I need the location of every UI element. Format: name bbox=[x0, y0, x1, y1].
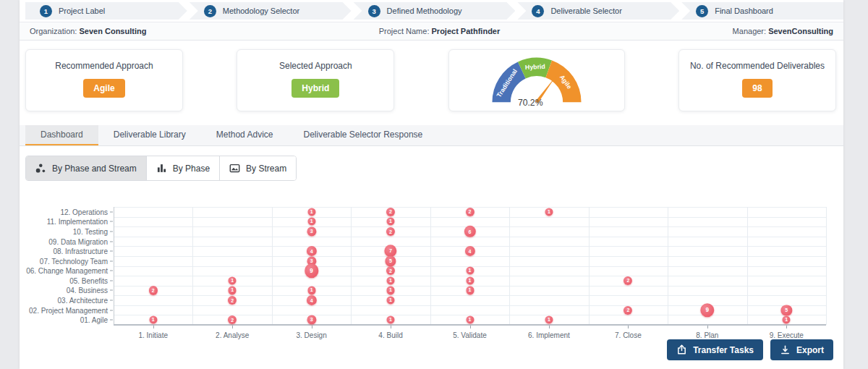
toggle-by-phase-and-stream[interactable]: By Phase and Stream bbox=[26, 156, 146, 180]
export-label: Export bbox=[796, 345, 824, 355]
chart-bubble: 2 bbox=[228, 296, 237, 305]
step-label: Project Label bbox=[59, 7, 105, 15]
toggle-by-phase[interactable]: By Phase bbox=[146, 156, 219, 180]
y-axis-tick bbox=[110, 310, 113, 310]
stepper-step-defined-methodology[interactable]: 3 Defined Methodology bbox=[354, 2, 516, 20]
project-info-bar: Organization: Seven Consulting Project N… bbox=[20, 22, 843, 41]
manager-info: Manager: SevenConsulting bbox=[733, 27, 833, 35]
phase-stream-chart: 1. Initiate2. Analyse3. Design4. Build5.… bbox=[20, 207, 843, 352]
organization-info: Organization: Seven Consulting bbox=[30, 27, 146, 35]
x-axis-tick bbox=[232, 326, 233, 328]
y-axis-label: 03. Architecture bbox=[58, 297, 108, 305]
y-axis-label: 10. Testing bbox=[73, 227, 108, 235]
step-number-badge: 5 bbox=[696, 5, 708, 17]
image-icon bbox=[229, 163, 240, 174]
chart-bubble: 1 bbox=[387, 218, 395, 226]
tab-method-advice[interactable]: Method Advice bbox=[201, 125, 289, 145]
transfer-tasks-label: Transfer Tasks bbox=[693, 345, 754, 355]
chart-bubble: 1 bbox=[387, 276, 395, 284]
footer-actions: Transfer Tasks Export bbox=[667, 339, 833, 360]
summary-cards: Recommended Approach Agile Selected Appr… bbox=[20, 41, 843, 116]
y-axis-label: 04. Business bbox=[67, 287, 108, 294]
gridline-vertical bbox=[192, 207, 193, 325]
x-axis-tick bbox=[153, 326, 154, 328]
stepper-step-methodology-selector[interactable]: 2 Methodology Selector bbox=[190, 2, 352, 20]
gauge-segment-label: Hybrid bbox=[524, 63, 545, 71]
x-axis-label: 6. Implement bbox=[528, 331, 570, 339]
y-axis-label: 09. Data Migration bbox=[48, 237, 108, 245]
chart-bubble: 4 bbox=[307, 295, 317, 305]
chart-bubble: 1 bbox=[466, 276, 474, 284]
deliverables-count-badge: 98 bbox=[742, 79, 772, 98]
y-axis-label: 12. Operations bbox=[60, 208, 108, 216]
x-axis-label: 2. Analyse bbox=[216, 331, 249, 339]
tab-deliverable-library[interactable]: Deliverable Library bbox=[98, 125, 201, 145]
step-number-badge: 4 bbox=[532, 5, 544, 17]
x-axis-tick bbox=[628, 326, 629, 328]
chart-bubble: 1 bbox=[545, 316, 553, 324]
x-axis-label: 4. Build bbox=[378, 331, 402, 339]
chart-bubble: 2 bbox=[149, 286, 158, 294]
y-axis-label: 06. Change Management bbox=[26, 267, 108, 275]
chart-bubble: 1 bbox=[387, 297, 395, 305]
transfer-tasks-icon bbox=[676, 344, 687, 355]
transfer-tasks-button[interactable]: Transfer Tasks bbox=[667, 339, 763, 360]
chart-bubble: 2 bbox=[386, 208, 395, 216]
step-label: Deliverable Selector bbox=[550, 7, 621, 15]
recommended-approach-badge: Agile bbox=[83, 79, 124, 98]
y-axis-label: 02. Project Management bbox=[29, 306, 108, 314]
gridline-horizontal bbox=[114, 256, 826, 257]
x-axis-label: 9. Execute bbox=[770, 331, 804, 339]
y-axis-tick bbox=[110, 221, 113, 222]
deliverables-count-title: No. of Recommended Deliverables bbox=[679, 61, 835, 71]
x-axis-label: 3. Design bbox=[296, 331, 326, 339]
y-axis-label: 01. Agile bbox=[80, 316, 108, 324]
selected-approach-title: Selected Approach bbox=[237, 61, 393, 71]
chart-bubble: 5 bbox=[781, 305, 792, 315]
gridline-vertical bbox=[826, 207, 827, 325]
toggle-label: By Stream bbox=[246, 164, 286, 174]
y-axis-tick bbox=[110, 211, 113, 212]
stepper-step-deliverable-selector[interactable]: 4 Deliverable Selector bbox=[517, 2, 679, 20]
gridline-horizontal bbox=[114, 295, 826, 296]
x-axis-tick bbox=[470, 326, 471, 328]
gridline-horizontal bbox=[114, 305, 826, 306]
y-axis-tick bbox=[110, 271, 113, 271]
x-axis-label: 1. Initiate bbox=[138, 331, 168, 339]
stepper-step-project-label[interactable]: 1 Project Label bbox=[25, 2, 187, 20]
tab-deliverable-selector-response[interactable]: Deliverable Selector Response bbox=[288, 125, 438, 145]
chart-bubble: 1 bbox=[229, 276, 237, 284]
gridline-vertical bbox=[351, 207, 352, 325]
x-axis-label: 7. Close bbox=[615, 331, 642, 339]
gridline-vertical bbox=[509, 207, 510, 325]
x-axis-label: 8. Plan bbox=[696, 331, 718, 339]
chart-bubble: 3 bbox=[307, 226, 316, 236]
export-button[interactable]: Export bbox=[770, 339, 833, 360]
x-axis-label: 5. Validate bbox=[453, 331, 487, 339]
tab-dashboard[interactable]: Dashboard bbox=[25, 125, 98, 145]
methodology-gauge-card: TraditionalHybridAgile70.2% bbox=[448, 49, 625, 111]
bar-chart-icon bbox=[156, 163, 167, 174]
chart-bubble: 1 bbox=[466, 316, 474, 324]
y-axis-line bbox=[114, 207, 114, 325]
chart-bubble: 1 bbox=[229, 287, 237, 294]
toggle-label: By Phase and Stream bbox=[52, 164, 137, 174]
chart-bubble: 1 bbox=[387, 316, 395, 324]
y-axis-label: 05. Benefits bbox=[69, 276, 108, 284]
selected-approach-card: Selected Approach Hybrid bbox=[237, 49, 394, 111]
y-axis-label: 07. Technology Team bbox=[40, 257, 108, 265]
chart-bubble: 2 bbox=[624, 306, 632, 315]
chart-bubble: 4 bbox=[307, 246, 317, 256]
chart-bubble: 2 bbox=[624, 276, 632, 285]
y-axis-tick bbox=[110, 300, 113, 301]
y-axis-tick bbox=[110, 290, 113, 291]
methodology-gauge: TraditionalHybridAgile70.2% bbox=[464, 50, 609, 111]
y-axis-tick bbox=[110, 241, 113, 242]
recommended-approach-title: Recommended Approach bbox=[26, 61, 182, 71]
y-axis-tick bbox=[110, 260, 113, 261]
stepper-step-final-dashboard[interactable]: 5 Final Dashboard bbox=[681, 2, 843, 20]
chart-bubble: 1 bbox=[307, 218, 315, 226]
chart-bubble: 1 bbox=[307, 208, 315, 216]
recommended-approach-card: Recommended Approach Agile bbox=[25, 49, 183, 111]
toggle-by-stream[interactable]: By Stream bbox=[219, 156, 296, 180]
